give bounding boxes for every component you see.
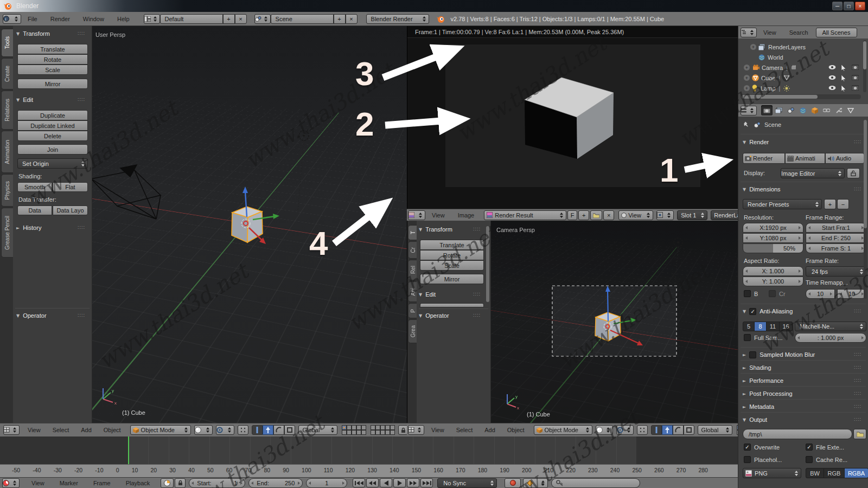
aa-samples-11[interactable]: 11 <box>767 322 780 331</box>
translate-button[interactable]: Translate <box>420 240 484 250</box>
menu-item[interactable]: Select <box>450 427 479 433</box>
tab-ani[interactable]: Ani <box>408 281 417 302</box>
tab-create[interactable]: Create <box>1 58 13 89</box>
timeline-editor-type-button[interactable] <box>2 478 20 488</box>
clipped-button[interactable] <box>420 303 484 307</box>
selectable-cursor-icon[interactable] <box>841 75 847 81</box>
file-ext-checkbox[interactable]: ✓ <box>806 444 813 451</box>
file-ext-row[interactable]: ✓File Exte... <box>806 444 844 451</box>
rotate-button[interactable]: Rotate <box>17 54 88 65</box>
modifiers-tab[interactable] <box>833 105 844 115</box>
timeline-ruler[interactable]: -50-40-30-20-100102030405060708090100110… <box>0 464 738 477</box>
expand-icon[interactable]: + <box>750 44 756 50</box>
translate-manipulator-toggle[interactable] <box>662 425 673 435</box>
full-sample-checkbox[interactable] <box>744 334 751 341</box>
crop-checkbox-row[interactable]: Cr <box>769 290 786 297</box>
mode-selector[interactable]: Object Mode <box>130 425 191 435</box>
outliner-row-lamp[interactable]: + Lamp | <box>738 83 861 93</box>
aspect-y-field[interactable]: Y: 1.000 <box>743 277 803 286</box>
tab-tools[interactable]: Tools <box>1 29 13 57</box>
layers-grid-2[interactable] <box>371 425 395 435</box>
scale-button[interactable]: Scale <box>420 260 484 271</box>
rotate-manipulator-toggle[interactable] <box>273 425 284 435</box>
constraints-tab[interactable] <box>821 105 832 115</box>
fake-user-button[interactable]: F <box>567 210 577 220</box>
menu-item[interactable]: Help <box>111 16 136 22</box>
menu-item[interactable]: View <box>22 427 47 433</box>
outliner-row-renderlayers[interactable]: + RenderLayers <box>738 42 861 52</box>
frame-end-field[interactable]: End F: 250 <box>806 233 866 243</box>
menu-item[interactable]: Add <box>478 427 501 433</box>
rotate-manipulator-toggle[interactable] <box>673 425 684 435</box>
aa-filter-selector[interactable]: Mitchell-Ne... <box>795 322 866 331</box>
placeholders-checkbox[interactable] <box>744 456 751 463</box>
rotate-button[interactable]: Rotate <box>420 250 484 260</box>
menu-item[interactable]: View <box>757 29 783 36</box>
menu-item[interactable]: View <box>24 480 52 486</box>
menu-item[interactable]: Object <box>501 427 531 433</box>
menu-item[interactable]: Render <box>44 16 76 22</box>
menu-item[interactable]: Search <box>783 29 815 36</box>
outliner-row-world[interactable]: World <box>738 52 861 62</box>
outliner-editor-type-button[interactable] <box>741 28 757 37</box>
placeholders-row[interactable]: Placehol... <box>744 456 782 463</box>
outliner-hscrollbar[interactable] <box>741 94 861 99</box>
remove-preset-button[interactable]: − <box>837 199 849 209</box>
add-scene-button[interactable]: + <box>334 14 346 24</box>
shade-flat-button[interactable]: Flat <box>53 182 88 192</box>
menu-item[interactable]: Marker <box>52 480 86 486</box>
scene-name[interactable]: Scene <box>271 14 334 24</box>
properties-scrollbar[interactable] <box>864 120 867 299</box>
data-button[interactable]: Data <box>17 206 52 215</box>
keying-set-selector[interactable] <box>523 478 548 488</box>
frame-start-field[interactable]: Start Fra:1 <box>806 223 866 233</box>
add-preset-button[interactable]: + <box>824 199 836 209</box>
resolution-y-field[interactable]: Y:1080 px <box>743 233 803 243</box>
duplicate-linked-button[interactable]: Duplicate Linked <box>17 120 88 131</box>
timeline[interactable]: -50-40-30-20-100102030405060708090100110… <box>0 436 738 488</box>
menu-item[interactable]: Add <box>75 427 98 433</box>
menu-item[interactable]: Select <box>47 427 75 433</box>
shade-smooth-button[interactable]: Smooth <box>17 182 52 192</box>
translate-manipulator-toggle[interactable] <box>263 425 273 435</box>
properties-editor-type-button[interactable] <box>741 106 757 115</box>
tab-animation[interactable]: Animation <box>1 131 13 173</box>
border-checkbox[interactable] <box>744 290 751 297</box>
border-checkbox-row[interactable]: B <box>744 290 758 297</box>
display-selector[interactable]: Image Editor <box>781 168 845 178</box>
fps-selector[interactable]: 24 fps <box>806 266 866 277</box>
resolution-percent-slider[interactable]: 50% <box>743 243 803 253</box>
render-layers-tab[interactable] <box>773 105 784 115</box>
cache-checkbox[interactable] <box>806 456 813 463</box>
pin-icon[interactable] <box>743 121 749 128</box>
aa-samples-16[interactable]: 16 <box>780 322 793 331</box>
delete-button[interactable]: Delete <box>17 131 88 141</box>
render-engine-selector[interactable]: Blender Render <box>366 14 429 24</box>
tab-cr[interactable]: Cr <box>408 241 417 259</box>
mirror-button[interactable]: Mirror <box>420 274 484 284</box>
jump-next-keyframe-button[interactable] <box>407 478 419 487</box>
render-button[interactable]: Render <box>743 153 785 164</box>
pivot-selector[interactable] <box>616 425 634 435</box>
visibility-eye-icon[interactable] <box>828 75 836 80</box>
render-layer-selector[interactable]: RenderLayer <box>711 210 738 220</box>
display-filter-selector[interactable]: All Scenes <box>816 28 857 37</box>
manipulator-toggle[interactable] <box>651 425 662 435</box>
scene-tab[interactable] <box>785 105 796 115</box>
lock-toggle[interactable] <box>398 425 407 435</box>
editor-type-button[interactable] <box>408 425 424 435</box>
add-layout-button[interactable]: + <box>223 14 235 24</box>
data-layout-button[interactable]: Data Layo <box>53 206 88 215</box>
remap-old-field[interactable]: 10 <box>806 289 835 299</box>
current-frame-field[interactable]: 1 <box>306 478 347 488</box>
layers-grid[interactable] <box>342 425 366 435</box>
frame-end-field[interactable]: End:250 <box>248 478 303 488</box>
outliner-row-camera[interactable]: + Camera | <box>738 62 861 73</box>
shading-selector[interactable] <box>194 425 213 435</box>
crop-checkbox[interactable] <box>769 290 776 297</box>
shading-selector[interactable] <box>596 425 613 435</box>
orientation-selector[interactable]: Global <box>298 425 337 435</box>
mirror-button[interactable]: Mirror <box>17 79 88 89</box>
set-origin-dropdown[interactable]: Set Origin <box>17 158 88 169</box>
menu-item[interactable]: Image <box>451 212 481 219</box>
